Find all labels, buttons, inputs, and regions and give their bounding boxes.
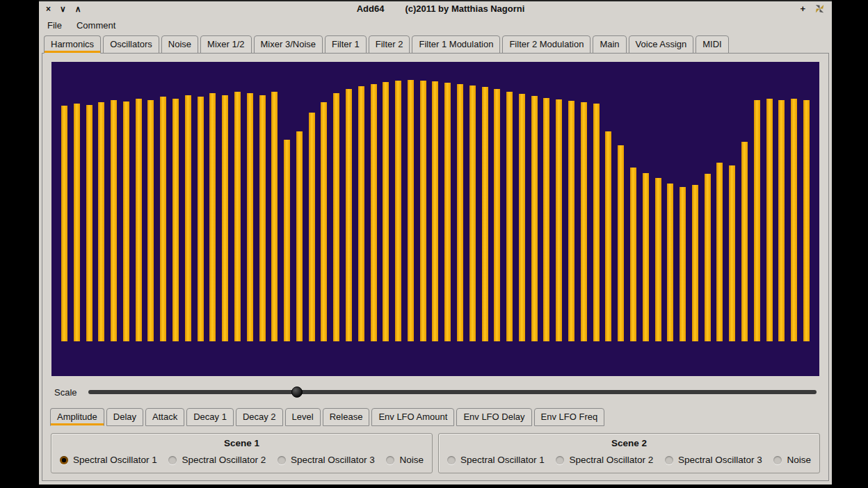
env-tab-decay-1[interactable]: Decay 1 xyxy=(186,408,234,426)
harmonic-bar-39[interactable] xyxy=(531,96,538,341)
harmonic-bar-8[interactable] xyxy=(147,100,154,341)
harmonic-bar-4[interactable] xyxy=(98,102,104,341)
harmonic-bar-5[interactable] xyxy=(111,100,117,341)
shade-icon[interactable]: ∨ xyxy=(60,5,66,13)
harmonic-bar-20[interactable] xyxy=(296,131,303,341)
harmonic-bar-38[interactable] xyxy=(519,94,525,341)
harmonic-bar-28[interactable] xyxy=(395,81,401,341)
harmonic-bar-13[interactable] xyxy=(209,93,216,341)
tab-oscillators[interactable]: Oscillators xyxy=(103,35,159,54)
harmonic-bar-1[interactable] xyxy=(61,106,67,341)
harmonic-bar-53[interactable] xyxy=(705,174,711,341)
env-tab-env-lfo-delay[interactable]: Env LFO Delay xyxy=(456,408,531,426)
tab-voice-assign[interactable]: Voice Assign xyxy=(629,35,694,54)
harmonic-bar-3[interactable] xyxy=(86,105,93,341)
harmonic-bar-9[interactable] xyxy=(160,97,166,341)
harmonic-bar-35[interactable] xyxy=(482,87,488,341)
harmonic-bar-58[interactable] xyxy=(766,99,773,341)
harmonic-bar-25[interactable] xyxy=(358,86,364,341)
env-tab-level[interactable]: Level xyxy=(285,408,321,426)
harmonic-bar-21[interactable] xyxy=(309,113,315,341)
harmonic-bar-17[interactable] xyxy=(259,95,266,341)
env-tab-env-lfo-freq[interactable]: Env LFO Freq xyxy=(534,408,605,426)
harmonic-bar-31[interactable] xyxy=(432,81,438,341)
harmonic-bar-26[interactable] xyxy=(371,84,377,341)
harmonic-bar-55[interactable] xyxy=(729,165,735,341)
tab-main[interactable]: Main xyxy=(593,35,626,54)
scene-2-radio-noise[interactable]: Noise xyxy=(773,455,811,465)
harmonic-bar-59[interactable] xyxy=(778,100,785,341)
tab-mixer-1-2[interactable]: Mixer 1/2 xyxy=(200,35,251,54)
scene-2-radio-spectral-oscillator-3[interactable]: Spectral Oscillator 3 xyxy=(665,455,762,465)
harmonic-bar-11[interactable] xyxy=(185,95,191,341)
tab-midi[interactable]: MIDI xyxy=(696,35,728,54)
raise-icon[interactable]: ∧ xyxy=(75,5,81,13)
scale-slider[interactable] xyxy=(88,385,817,399)
harmonic-bar-37[interactable] xyxy=(506,92,513,341)
tab-noise[interactable]: Noise xyxy=(161,35,198,54)
harmonic-bar-33[interactable] xyxy=(457,84,463,341)
tab-filter-2-modulation[interactable]: Filter 2 Modulation xyxy=(502,35,590,54)
harmonic-bar-52[interactable] xyxy=(692,185,698,341)
harmonic-bar-41[interactable] xyxy=(556,99,562,341)
scene-2-radio-spectral-oscillator-2[interactable]: Spectral Oscillator 2 xyxy=(556,455,653,465)
harmonic-bar-22[interactable] xyxy=(321,102,327,341)
tab-mixer-3-noise[interactable]: Mixer 3/Noise xyxy=(254,35,323,54)
harmonic-bar-47[interactable] xyxy=(630,168,636,341)
scene-1-radio-spectral-oscillator-3[interactable]: Spectral Oscillator 3 xyxy=(278,455,375,465)
env-tab-env-lfo-amount[interactable]: Env LFO Amount xyxy=(371,408,454,426)
env-tab-attack[interactable]: Attack xyxy=(145,408,184,426)
harmonic-bar-45[interactable] xyxy=(605,131,611,341)
harmonic-bar-18[interactable] xyxy=(271,92,278,341)
env-tab-decay-2[interactable]: Decay 2 xyxy=(236,408,283,426)
env-tab-release[interactable]: Release xyxy=(323,408,370,426)
scale-slider-track[interactable] xyxy=(88,390,817,394)
harmonic-bar-36[interactable] xyxy=(494,89,500,341)
harmonic-bar-29[interactable] xyxy=(408,80,414,341)
harmonic-bar-10[interactable] xyxy=(172,99,179,341)
harmonic-bar-23[interactable] xyxy=(333,93,339,341)
harmonic-bar-12[interactable] xyxy=(198,97,204,341)
harmonic-bar-24[interactable] xyxy=(346,89,352,341)
harmonic-bar-2[interactable] xyxy=(74,104,80,341)
harmonic-bar-27[interactable] xyxy=(383,82,389,341)
scene-1-radio-noise[interactable]: Noise xyxy=(386,455,424,465)
harmonic-bar-54[interactable] xyxy=(716,163,723,341)
harmonic-bar-16[interactable] xyxy=(247,93,253,341)
menu-comment[interactable]: Comment xyxy=(77,20,115,31)
harmonics-display[interactable] xyxy=(51,62,819,376)
harmonic-bar-6[interactable] xyxy=(123,101,129,341)
harmonic-bar-43[interactable] xyxy=(581,102,587,341)
harmonic-bar-42[interactable] xyxy=(568,101,574,341)
tab-filter-1[interactable]: Filter 1 xyxy=(325,35,367,54)
harmonic-bar-48[interactable] xyxy=(643,173,649,341)
menu-file[interactable]: File xyxy=(47,20,62,31)
harmonic-bar-32[interactable] xyxy=(444,83,451,341)
env-tab-amplitude[interactable]: Amplitude xyxy=(50,408,104,426)
env-tab-delay[interactable]: Delay xyxy=(106,408,143,426)
harmonic-bar-40[interactable] xyxy=(543,98,549,341)
scale-slider-handle[interactable] xyxy=(291,387,303,398)
scene-1-radio-spectral-oscillator-2[interactable]: Spectral Oscillator 2 xyxy=(168,455,266,465)
harmonic-bar-19[interactable] xyxy=(284,140,290,341)
scene-2-radio-spectral-oscillator-1[interactable]: Spectral Oscillator 1 xyxy=(447,455,545,465)
harmonic-bar-51[interactable] xyxy=(680,187,686,341)
harmonic-bar-7[interactable] xyxy=(136,99,142,341)
harmonic-bar-56[interactable] xyxy=(741,142,748,341)
close-icon[interactable]: × xyxy=(46,5,51,13)
harmonic-bar-57[interactable] xyxy=(754,100,760,341)
harmonic-bar-44[interactable] xyxy=(593,104,600,341)
scene-1-radio-spectral-oscillator-1[interactable]: Spectral Oscillator 1 xyxy=(60,455,157,465)
harmonic-bar-15[interactable] xyxy=(234,92,241,341)
harmonic-bar-60[interactable] xyxy=(791,99,797,341)
tab-filter-2[interactable]: Filter 2 xyxy=(369,35,410,54)
harmonic-bar-30[interactable] xyxy=(420,81,426,341)
harmonic-bar-50[interactable] xyxy=(667,184,673,341)
tab-filter-1-modulation[interactable]: Filter 1 Modulation xyxy=(412,35,500,54)
harmonic-bar-34[interactable] xyxy=(469,86,476,341)
sticky-icon[interactable]: + xyxy=(800,4,805,13)
harmonic-bar-14[interactable] xyxy=(222,95,228,341)
harmonic-bar-49[interactable] xyxy=(655,178,661,341)
harmonic-bar-61[interactable] xyxy=(803,100,810,341)
harmonic-bar-46[interactable] xyxy=(618,145,624,341)
